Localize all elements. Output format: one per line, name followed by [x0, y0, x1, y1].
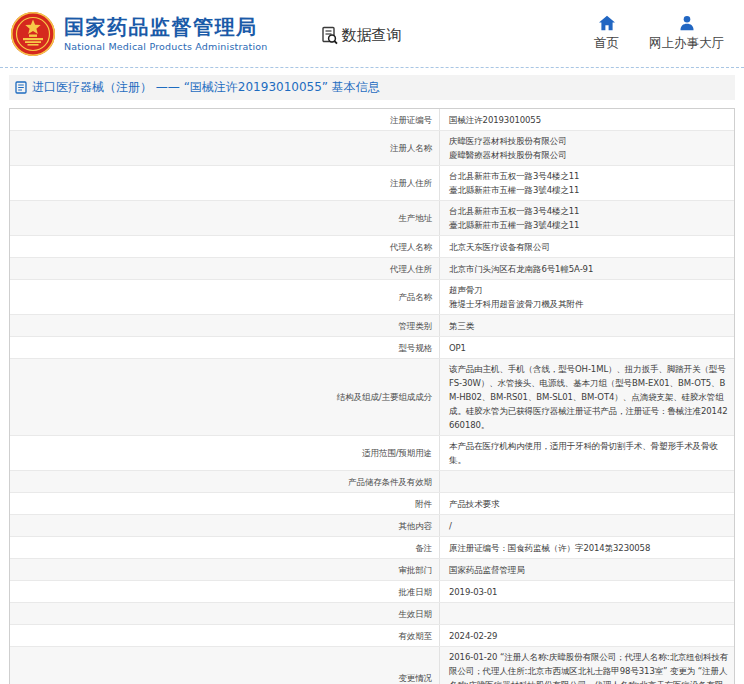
- row-value-line: 产品技术要求: [449, 497, 730, 511]
- row-value-line: OP1: [449, 341, 730, 355]
- row-value: 超声骨刀雅堤士牙科用超音波骨刀機及其附件: [440, 280, 734, 314]
- table-row: 结构及组成/主要组成成分该产品由主机、手机（含线，型号OH-1ML）、扭力扳手、…: [10, 359, 734, 436]
- row-label: 代理人名称: [10, 236, 440, 257]
- row-value-line: 2024-02-29: [449, 629, 730, 643]
- row-value-line: 北京市门头沟区石龙南路6号1幢5A-91: [449, 262, 730, 276]
- row-value-line: 原注册证编号：国食药监械（许）字2014第3230058: [449, 541, 730, 555]
- data-query-label: 数据查询: [342, 26, 402, 45]
- table-row: 备注原注册证编号：国食药监械（许）字2014第3230058: [10, 537, 734, 559]
- nav-item-service-hall[interactable]: 网上办事大厅: [649, 15, 724, 52]
- table-row: 附件产品技术要求: [10, 493, 734, 515]
- table-row: 型号规格OP1: [10, 337, 734, 359]
- agency-logo: 国家药品监督管理局 National Medical Products Admi…: [10, 11, 268, 57]
- row-value-line: 台北县新莊市五权一路3号4楼之11: [449, 204, 730, 218]
- row-label: 生产地址: [10, 201, 440, 235]
- row-label: 产品储存条件及有效期: [10, 471, 440, 492]
- table-row: 代理人住所北京市门头沟区石龙南路6号1幢5A-91: [10, 258, 734, 280]
- table-row: 批准日期2019-03-01: [10, 581, 734, 603]
- row-value: 台北县新莊市五权一路3号4楼之11臺北縣新莊市五權一路3號4樓之11: [440, 201, 734, 235]
- table-row: 适用范围/预期用途本产品在医疗机构内使用，适用于牙科的骨切割手术、骨塑形手术及骨…: [10, 436, 734, 471]
- row-label: 代理人住所: [10, 258, 440, 279]
- table-row: 注册人名称庆暐医疗器材科技股份有限公司慶暐醫療器材科技股份有限公司: [10, 131, 734, 166]
- row-label: 备注: [10, 537, 440, 558]
- user-icon: [679, 15, 695, 31]
- table-row: 注册证编号国械注许20193010055: [10, 109, 734, 131]
- row-label: 生效日期: [10, 603, 440, 624]
- row-value-line: 该产品由主机、手机（含线，型号OH-1ML）、扭力扳手、脚踏开关（型号FS-30…: [449, 362, 730, 432]
- agency-name-cn: 国家药品监督管理局: [64, 15, 268, 39]
- row-value-line: 雅堤士牙科用超音波骨刀機及其附件: [449, 297, 730, 311]
- table-row: 生效日期: [10, 603, 734, 625]
- row-value: 国械注许20193010055: [440, 109, 734, 130]
- table-row: 注册人住所台北县新莊市五权一路3号4楼之11臺北縣新莊市五權一路3號4樓之11: [10, 166, 734, 201]
- row-label: 结构及组成/主要组成成分: [10, 359, 440, 435]
- row-value-line: 超声骨刀: [449, 283, 730, 297]
- data-query-link[interactable]: 数据查询: [320, 26, 402, 45]
- nav-item-home[interactable]: 首页: [594, 15, 619, 52]
- row-value: [440, 603, 734, 624]
- row-label: 管理类别: [10, 315, 440, 336]
- agency-title-block: 国家药品监督管理局 National Medical Products Admi…: [64, 15, 268, 52]
- table-row: 产品储存条件及有效期: [10, 471, 734, 493]
- table-row: 其他内容/: [10, 515, 734, 537]
- site-header: 国家药品监督管理局 National Medical Products Admi…: [0, 0, 744, 68]
- agency-name-en: National Medical Products Administration: [64, 41, 268, 52]
- row-value-line: 国械注许20193010055: [449, 113, 730, 127]
- page-title-bar: 进口医疗器械（注册） —— “国械注许20193010055” 基本信息: [9, 75, 735, 100]
- row-label: 附件: [10, 493, 440, 514]
- nav-service-hall-label: 网上办事大厅: [649, 35, 724, 52]
- row-value-line: 2019-03-01: [449, 585, 730, 599]
- row-value: 本产品在医疗机构内使用，适用于牙科的骨切割手术、骨塑形手术及骨收集。: [440, 436, 734, 470]
- row-label: 型号规格: [10, 337, 440, 358]
- row-value: [440, 471, 734, 492]
- row-value-line: 国家药品监督管理局: [449, 563, 730, 577]
- row-value: 第三类: [440, 315, 734, 336]
- table-row: 产品名称超声骨刀雅堤士牙科用超音波骨刀機及其附件: [10, 280, 734, 315]
- row-label: 有效期至: [10, 625, 440, 646]
- table-row: 管理类别第三类: [10, 315, 734, 337]
- document-search-icon: [320, 26, 339, 45]
- row-value: 庆暐医疗器材科技股份有限公司慶暐醫療器材科技股份有限公司: [440, 131, 734, 165]
- row-value-line: 台北县新莊市五权一路3号4楼之11: [449, 169, 730, 183]
- row-value-line: 2016-01-20 “注册人名称:庆暐股份有限公司；代理人名称:北京纽创科技有…: [449, 650, 730, 684]
- nav-home-label: 首页: [594, 35, 619, 52]
- national-emblem-icon: [10, 11, 56, 57]
- row-label: 注册人住所: [10, 166, 440, 200]
- row-value: 台北县新莊市五权一路3号4楼之11臺北縣新莊市五權一路3號4樓之11: [440, 166, 734, 200]
- row-value-line: 本产品在医疗机构内使用，适用于牙科的骨切割手术、骨塑形手术及骨收集。: [449, 439, 730, 467]
- row-label: 注册人名称: [10, 131, 440, 165]
- table-row: 代理人名称北京天东医疗设备有限公司: [10, 236, 734, 258]
- table-row: 生产地址台北县新莊市五权一路3号4楼之11臺北縣新莊市五權一路3號4樓之11: [10, 201, 734, 236]
- row-value-line: 庆暐医疗器材科技股份有限公司: [449, 134, 730, 148]
- header-nav: 首页 网上办事大厅: [594, 15, 724, 52]
- row-value: 该产品由主机、手机（含线，型号OH-1ML）、扭力扳手、脚踏开关（型号FS-30…: [440, 359, 734, 435]
- table-row: 有效期至2024-02-29: [10, 625, 734, 647]
- row-value: 原注册证编号：国食药监械（许）字2014第3230058: [440, 537, 734, 558]
- row-value: 国家药品监督管理局: [440, 559, 734, 580]
- row-label: 产品名称: [10, 280, 440, 314]
- row-value-line: 臺北縣新莊市五權一路3號4樓之11: [449, 218, 730, 232]
- row-value: OP1: [440, 337, 734, 358]
- page-icon: [15, 81, 27, 94]
- info-table: 注册证编号国械注许20193010055注册人名称庆暐医疗器材科技股份有限公司慶…: [9, 108, 735, 684]
- row-value: 北京市门头沟区石龙南路6号1幢5A-91: [440, 258, 734, 279]
- page-title: 进口医疗器械（注册） —— “国械注许20193010055” 基本信息: [32, 79, 380, 96]
- row-label: 注册证编号: [10, 109, 440, 130]
- row-value-line: /: [449, 519, 730, 533]
- row-label: 适用范围/预期用途: [10, 436, 440, 470]
- home-icon: [598, 15, 616, 31]
- row-value-line: 臺北縣新莊市五權一路3號4樓之11: [449, 183, 730, 197]
- table-row: 审批部门国家药品监督管理局: [10, 559, 734, 581]
- row-value-line: 北京天东医疗设备有限公司: [449, 240, 730, 254]
- row-label: 变更情况: [10, 647, 440, 684]
- row-value: /: [440, 515, 734, 536]
- row-value: 2016-01-20 “注册人名称:庆暐股份有限公司；代理人名称:北京纽创科技有…: [440, 647, 734, 684]
- row-value-line: 慶暐醫療器材科技股份有限公司: [449, 148, 730, 162]
- row-value: 2024-02-29: [440, 625, 734, 646]
- row-label: 其他内容: [10, 515, 440, 536]
- row-value: 北京天东医疗设备有限公司: [440, 236, 734, 257]
- row-value-line: 第三类: [449, 319, 730, 333]
- row-label: 审批部门: [10, 559, 440, 580]
- row-label: 批准日期: [10, 581, 440, 602]
- row-value: 产品技术要求: [440, 493, 734, 514]
